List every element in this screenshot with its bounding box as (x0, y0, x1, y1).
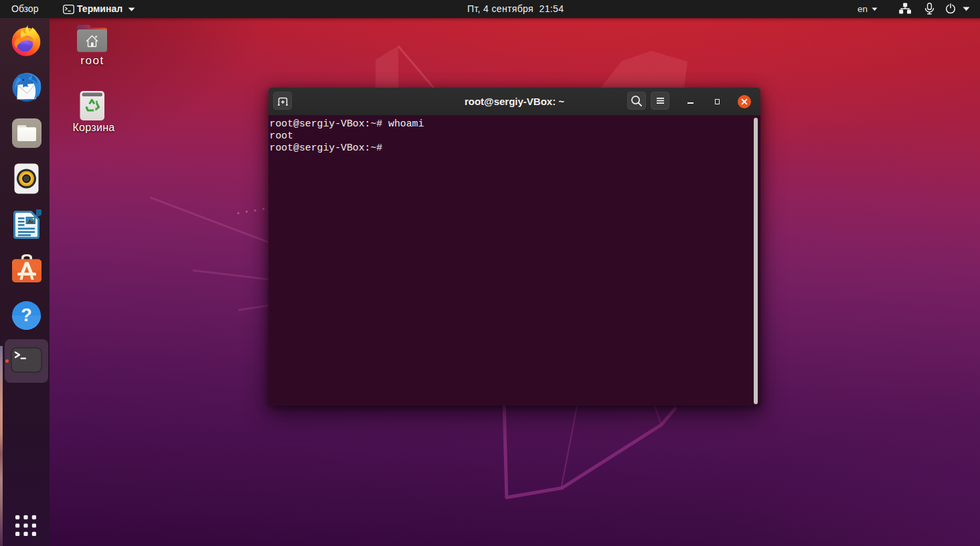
svg-text:?: ? (21, 305, 32, 325)
